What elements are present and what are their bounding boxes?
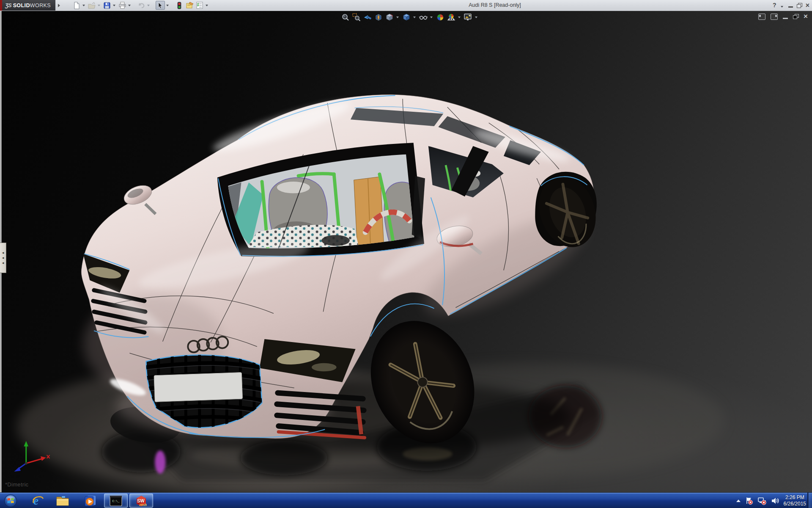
apply-scene-button[interactable]	[447, 13, 456, 22]
previous-view-icon	[363, 13, 372, 22]
print-dropdown-caret[interactable]	[128, 5, 131, 6]
command-prompt-button[interactable]: C:\_	[104, 494, 128, 508]
tray-date: 6/26/2015	[784, 501, 806, 507]
design-checker-dropdown-caret[interactable]	[206, 5, 208, 6]
save-button[interactable]	[102, 1, 112, 10]
open-button[interactable]	[87, 1, 96, 10]
design-checker-icon	[196, 2, 203, 9]
undo-icon	[137, 2, 145, 9]
dassault-3ds-icon: ƷS	[5, 2, 11, 8]
section-view-icon	[374, 13, 383, 22]
new-document-icon	[73, 2, 80, 9]
help-button[interactable]: ?	[773, 0, 776, 11]
menu-expand-button[interactable]	[56, 2, 62, 9]
tray-time: 2:26 PM	[784, 494, 806, 501]
select-dropdown-caret[interactable]	[166, 5, 169, 6]
windows-taskbar: e C:\_	[0, 492, 812, 508]
hide-show-items-icon	[419, 13, 428, 22]
view-orientation-label: *Dimetric	[5, 481, 28, 488]
windows-start-icon	[4, 494, 17, 508]
display-style-button[interactable]	[402, 13, 411, 22]
save-floppy-icon	[103, 2, 111, 9]
design-checker-button[interactable]	[195, 1, 204, 10]
select-tool-button[interactable]	[156, 1, 165, 10]
view-settings-caret[interactable]	[475, 17, 477, 18]
view-orientation-button[interactable]	[385, 13, 394, 22]
graphics-viewport[interactable]: × ◀ ◀ ◀ *Dimetric	[0, 11, 812, 492]
select-cursor-icon	[157, 2, 163, 9]
new-dropdown-caret[interactable]	[82, 5, 85, 6]
edit-appearance-icon	[436, 13, 444, 22]
command-prompt-icon-text: C:\_	[112, 500, 120, 503]
apply-scene-icon	[447, 13, 456, 22]
undo-dropdown-caret[interactable]	[147, 5, 150, 6]
view-settings-button[interactable]	[464, 13, 473, 22]
zoom-to-area-button[interactable]	[352, 13, 361, 22]
feature-manager-collapse-tab[interactable]: ◀ ◀ ◀	[0, 243, 6, 273]
view-settings-icon	[464, 13, 473, 22]
solidworks-logo: ƷS SOLIDWORKS	[2, 0, 55, 11]
media-player-icon	[84, 494, 97, 507]
document-restore-button[interactable]	[793, 14, 798, 19]
help-dropdown-caret[interactable]	[781, 6, 783, 8]
document-close-button[interactable]: ×	[804, 13, 808, 20]
document-window-controls: ×	[758, 13, 808, 20]
undo-button[interactable]	[137, 1, 146, 10]
comment-note-icon	[186, 2, 194, 9]
standard-toolbar	[72, 0, 209, 10]
open-folder-icon	[88, 2, 96, 9]
restore-button[interactable]	[797, 3, 802, 8]
minimize-button[interactable]	[788, 6, 793, 8]
previous-view-button[interactable]	[363, 13, 372, 22]
view-orientation-icon	[385, 13, 394, 22]
apply-scene-caret[interactable]	[458, 17, 461, 18]
toggle-left-pane-button[interactable]	[758, 14, 765, 20]
show-desktop-button[interactable]	[807, 493, 812, 508]
zoom-to-area-icon	[352, 13, 361, 22]
network-disconnected-icon[interactable]	[757, 497, 767, 505]
action-center-flag-icon[interactable]	[745, 497, 753, 505]
license-plate-blank	[154, 373, 243, 402]
toggle-right-pane-button[interactable]	[771, 14, 778, 20]
media-player-button[interactable]	[81, 494, 100, 508]
comment-button[interactable]	[185, 1, 194, 10]
internet-explorer-button[interactable]: e	[29, 494, 47, 508]
zoom-to-fit-button[interactable]	[341, 13, 350, 22]
svg-text:e: e	[33, 494, 38, 507]
print-button[interactable]	[118, 1, 127, 10]
stoplight-icon	[177, 2, 181, 9]
open-dropdown-caret[interactable]	[98, 5, 100, 6]
save-dropdown-caret[interactable]	[113, 5, 115, 6]
collapse-arrow-icon: ◀	[2, 251, 4, 254]
collapse-arrow-icon: ◀	[2, 257, 4, 259]
close-button[interactable]: ×	[806, 0, 809, 11]
sw-icon-year: 2015	[139, 503, 147, 507]
start-button[interactable]	[3, 494, 19, 508]
edit-appearance-button[interactable]	[436, 13, 445, 22]
document-minimize-button[interactable]	[783, 18, 788, 19]
display-style-icon	[402, 13, 411, 22]
internet-explorer-icon: e	[32, 494, 44, 507]
volume-icon[interactable]	[771, 497, 779, 505]
hidden-icons-button[interactable]	[736, 500, 741, 502]
print-icon	[118, 2, 126, 9]
solidworks-app-button[interactable]: SW 2015	[129, 494, 153, 508]
view-orientation-caret[interactable]	[396, 17, 399, 18]
model-render-audi-r8	[0, 11, 812, 492]
brand-works: WORKS	[30, 3, 51, 8]
stoplight-button[interactable]	[175, 1, 184, 10]
hide-show-items-caret[interactable]	[430, 17, 433, 18]
tray-clock[interactable]: 2:26 PM 6/26/2015	[784, 494, 806, 507]
file-explorer-button[interactable]	[53, 494, 72, 508]
section-view-button[interactable]	[374, 13, 383, 22]
hide-show-items-button[interactable]	[419, 13, 428, 22]
display-style-caret[interactable]	[413, 17, 416, 18]
new-document-button[interactable]	[72, 1, 81, 10]
brand-solid: SOLID	[13, 3, 30, 8]
zoom-to-fit-icon	[341, 13, 350, 22]
system-tray: 2:26 PM 6/26/2015	[736, 493, 806, 508]
collapse-arrow-icon: ◀	[2, 262, 4, 264]
file-explorer-icon	[56, 495, 69, 507]
heads-up-view-toolbar	[341, 12, 479, 23]
window-title: Audi R8 S [Read-only]	[431, 0, 558, 11]
